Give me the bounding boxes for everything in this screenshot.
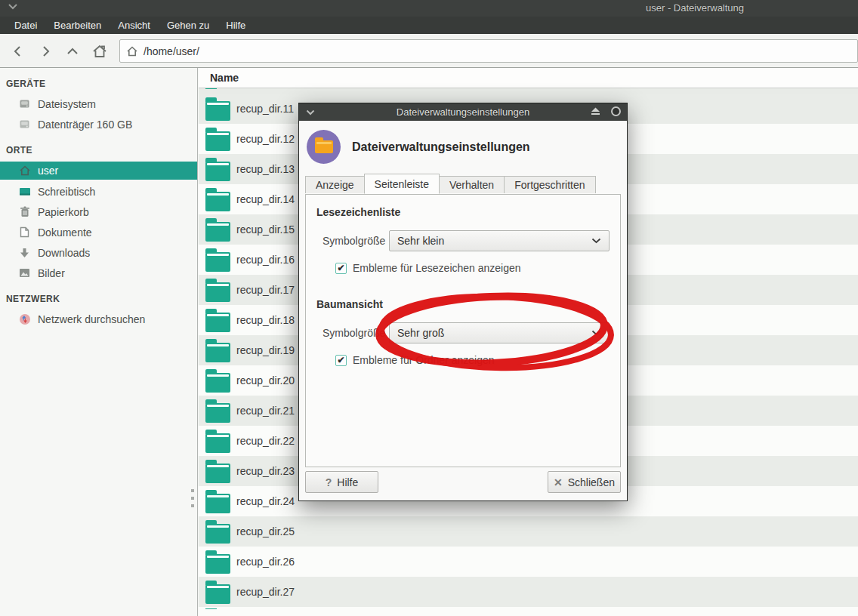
sidebar-item-label: Dokumente [38, 226, 92, 239]
sidebar-section-geraete: GERÄTE [0, 68, 197, 94]
close-button[interactable]: ✕ Schließen [548, 471, 621, 493]
bookmarks-emblems-checkbox-row[interactable]: ✔ Embleme für Lesezeichen anzeigen [335, 262, 610, 274]
path-text: /home/user/ [144, 45, 199, 57]
tab-anzeige[interactable]: Anzeige [305, 176, 365, 193]
sidebar-item-label: user [38, 165, 58, 177]
sidebar-item-netzwerk-durchsuchen[interactable]: Netzwerk durchsuchen [0, 309, 197, 329]
sidebar-item-label: Downloads [38, 247, 90, 259]
back-button[interactable] [8, 41, 29, 62]
question-mark-icon: ? [326, 476, 332, 488]
folder-icon [205, 373, 230, 393]
sidebar-section-orte: ORTE [0, 134, 197, 160]
folder-icon [205, 313, 230, 332]
symbolgroesse-label: Symbolgröße [323, 327, 389, 339]
tab-content-seitenleiste: Lesezeichenliste Symbolgröße Sehr klein … [305, 194, 621, 467]
path-input[interactable]: /home/user/ [119, 39, 858, 63]
sidebar: GERÄTE Dateisystem Datenträger 160 GB OR… [0, 68, 198, 616]
sidebar-item-papierkorb[interactable]: Papierkorb [0, 202, 197, 222]
home-button[interactable] [89, 41, 110, 62]
folder-icon [205, 584, 230, 604]
dialog-titlebar: Dateiverwaltungseinstellungen [299, 103, 627, 121]
up-button[interactable] [62, 41, 83, 62]
folder-icon [205, 101, 230, 121]
hard-drive-icon [18, 118, 31, 131]
sidebar-item-label: Datenträger 160 GB [38, 119, 132, 131]
dialog-actions: ? Hilfe ✕ Schließen [305, 471, 621, 493]
folder-icon [205, 494, 230, 513]
shade-window-icon[interactable] [591, 107, 600, 116]
desktop-icon [18, 185, 31, 198]
forward-button[interactable] [35, 41, 56, 62]
sidebar-item-downloads[interactable]: Downloads [0, 242, 197, 263]
section-title-lesezeichenliste: Lesezeichenliste [316, 206, 610, 218]
menubar: Datei Bearbeiten Ansicht Gehen zu Hilfe [0, 17, 858, 34]
column-header-name[interactable]: Name [199, 68, 858, 88]
file-manager-app-icon [307, 130, 341, 164]
sidebar-item-label: Netzwerk durchsuchen [38, 313, 145, 325]
preferences-dialog: Dateiverwaltungseinstellungen Dateiverwa… [298, 103, 628, 501]
hard-drive-icon [18, 97, 31, 110]
folder-icon [205, 554, 230, 574]
partial-row-top [199, 88, 858, 94]
help-button[interactable]: ? Hilfe [305, 471, 378, 493]
tab-verhalten[interactable]: Verhalten [439, 176, 505, 193]
dialog-header: Dateiverwaltungseinstellungen [299, 121, 627, 173]
sidebar-item-label: Papierkorb [38, 206, 89, 218]
image-icon [18, 266, 31, 279]
dialog-menu-chevron-icon[interactable] [306, 109, 315, 116]
tree-icon-size-dropdown[interactable]: Sehr groß [389, 322, 610, 343]
checkbox-checked-icon[interactable]: ✔ [335, 263, 347, 274]
document-icon [18, 226, 31, 239]
menu-bearbeiten[interactable]: Bearbeiten [45, 17, 110, 33]
folder-icon [205, 464, 230, 483]
folder-icon [205, 162, 230, 181]
dialog-tabs: Anzeige Seitenleiste Verhalten Fortgesch… [299, 173, 627, 193]
chevron-down-icon [591, 238, 601, 244]
download-icon [18, 246, 31, 259]
dialog-title: Dateiverwaltungseinstellungen [397, 106, 529, 118]
chevron-down-icon [591, 330, 601, 336]
file-row[interactable]: recup_dir.27 [199, 577, 858, 607]
trash-icon [18, 205, 31, 218]
bookmarks-icon-size-dropdown[interactable]: Sehr klein [389, 230, 610, 251]
folder-icon [205, 252, 230, 272]
dialog-heading: Dateiverwaltungseinstellungen [352, 140, 530, 154]
symbolgroesse-label: Symbolgröße [323, 235, 389, 247]
sidebar-item-dateisystem[interactable]: Dateisystem [0, 94, 197, 114]
sidebar-item-dokumente[interactable]: Dokumente [0, 222, 197, 242]
close-window-icon[interactable] [611, 106, 621, 116]
window-titlebar: user - Dateiverwaltung [0, 0, 858, 17]
pane-splitter[interactable] [190, 489, 195, 512]
folder-icon [205, 192, 230, 211]
menu-ansicht[interactable]: Ansicht [110, 17, 159, 33]
menu-datei[interactable]: Datei [6, 17, 45, 33]
folder-icon [205, 131, 230, 151]
menu-gehen-zu[interactable]: Gehen zu [159, 17, 218, 33]
menu-hilfe[interactable]: Hilfe [218, 17, 254, 33]
file-row[interactable]: recup_dir.25 [199, 516, 858, 547]
path-home-icon [126, 46, 138, 57]
folder-icon [205, 222, 230, 242]
checkbox-checked-icon[interactable]: ✔ [335, 355, 347, 366]
toolbar: /home/user/ [0, 34, 858, 68]
network-icon [18, 313, 31, 325]
tab-seitenleiste[interactable]: Seitenleiste [364, 174, 440, 194]
section-title-baumansicht: Baumansicht [316, 298, 610, 310]
sidebar-item-datentraeger[interactable]: Datenträger 160 GB [0, 114, 197, 134]
partial-row-bottom [199, 607, 858, 616]
tab-fortgeschritten[interactable]: Fortgeschritten [504, 176, 595, 193]
sidebar-item-schreibtisch[interactable]: Schreibtisch [0, 181, 197, 202]
sidebar-item-label: Bilder [38, 267, 65, 279]
home-icon [18, 165, 31, 177]
sidebar-item-label: Schreibtisch [38, 186, 95, 198]
sidebar-item-bilder[interactable]: Bilder [0, 263, 197, 283]
folder-icon [205, 524, 230, 544]
file-row[interactable]: recup_dir.26 [199, 547, 858, 577]
sidebar-item-label: Dateisystem [38, 98, 96, 110]
folder-icon [205, 282, 230, 302]
folder-emblems-checkbox-row[interactable]: ✔ Embleme für Ordner anzeigen [335, 354, 610, 366]
sidebar-section-netzwerk: NETZWERK [0, 283, 197, 309]
window-title: user - Dateiverwaltung [646, 2, 744, 14]
window-menu-chevron-icon[interactable] [8, 3, 18, 10]
sidebar-item-user[interactable]: user [0, 162, 197, 180]
